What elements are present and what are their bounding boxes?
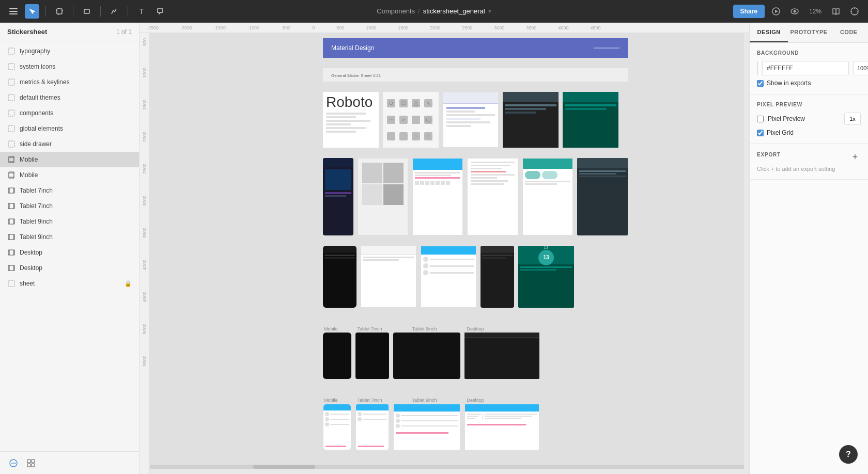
canvas-area[interactable]: -2500 -2000 -1500 -1000 -500 0 500 1000 … (140, 23, 749, 474)
frame-icon (7, 264, 16, 272)
tab-code[interactable]: CODE (830, 23, 868, 42)
play-button[interactable] (769, 4, 783, 19)
svg-rect-51 (27, 464, 30, 467)
sidebar-item-tablet9-2[interactable]: Tablet 9inch (0, 229, 139, 245)
ruler-h-marks: -2500 -2000 -1500 -1000 -500 0 500 1000 … (142, 25, 749, 30)
typography-frame: Roboto (323, 92, 379, 148)
rectangle-tool-button[interactable] (80, 4, 94, 19)
svg-rect-46 (8, 280, 14, 287)
svg-rect-60 (389, 136, 393, 137)
sidebar-item-label: metrics & keylines (20, 78, 132, 86)
sidebar-item-tablet9-1[interactable]: Tablet 9inch (0, 214, 139, 229)
vector-tool-button[interactable] (107, 4, 121, 19)
svg-rect-21 (8, 141, 14, 147)
sidebar-item-desktop-1[interactable]: Desktop (0, 245, 139, 260)
sidebar-item-default-themes[interactable]: default themes (0, 90, 139, 105)
row-labels-2: Mobile Tablet 7inch Tablet 9inch Desktop (323, 398, 633, 403)
icon-dot (424, 132, 432, 140)
export-add-button[interactable]: + (849, 151, 861, 163)
roboto-text: Roboto (326, 95, 376, 109)
comment-tool-button[interactable] (153, 4, 167, 19)
sidebar-item-sheet[interactable]: sheet 🔒 (0, 276, 139, 291)
background-color-input[interactable] (762, 61, 849, 75)
icon-dot (424, 99, 432, 107)
svg-rect-52 (32, 464, 35, 467)
canvas-inner[interactable]: Material Design General Sticker Sheet V.… (150, 33, 744, 469)
pixel-preview-checkbox[interactable] (757, 116, 764, 122)
sidebar-item-mobile-1[interactable]: Mobile (0, 152, 139, 167)
frame-icon (7, 248, 16, 257)
tab-prototype[interactable]: PROTOTYPE (788, 23, 829, 42)
dropdown-arrow-icon[interactable]: ▾ (488, 8, 491, 15)
pixel-grid-label[interactable]: Pixel Grid (767, 129, 794, 136)
frame-icon (7, 233, 16, 241)
sidebar-item-label: default themes (20, 94, 132, 101)
dark-devices-row (323, 333, 633, 379)
sidebar-item-typography[interactable]: typography (0, 43, 139, 59)
export-title: EXPORT (757, 152, 781, 157)
sidebar-item-system-icons[interactable]: system icons (0, 59, 139, 74)
themes-dark-frame (503, 92, 559, 148)
assets-icon[interactable] (25, 457, 37, 469)
help-button[interactable]: ? (839, 445, 858, 464)
system-icons-frame (383, 92, 439, 148)
sidebar-item-label: system icons (20, 63, 132, 70)
show-in-exports-row: Show in exports (757, 80, 861, 87)
sidebar-item-components[interactable]: components (0, 105, 139, 121)
settings-button[interactable] (847, 4, 862, 19)
icon-dot (387, 99, 395, 107)
toolbar-separator-1 (45, 6, 46, 17)
zoom-level[interactable]: 12% (806, 6, 825, 17)
show-in-exports-label[interactable]: Show in exports (767, 80, 811, 87)
background-opacity-input[interactable] (853, 61, 868, 75)
toolbar-separator-2 (73, 6, 73, 17)
typo-line (326, 123, 351, 125)
book-button[interactable] (829, 4, 843, 19)
tablet7-label: Tablet 7inch (358, 326, 382, 331)
typo-line (326, 116, 356, 118)
sidebar-item-metrics[interactable]: metrics & keylines (0, 74, 139, 90)
pixel-grid-checkbox[interactable] (757, 130, 764, 136)
eye-button[interactable] (787, 4, 802, 19)
sidebar-item-tablet7-2[interactable]: Tablet 7inch (0, 198, 139, 214)
pointer-tool-button[interactable] (25, 4, 39, 19)
text-tool-button[interactable]: T (134, 4, 149, 19)
frame-tool-button[interactable] (52, 4, 67, 19)
background-color-swatch[interactable] (757, 61, 758, 75)
tab-design[interactable]: DESIGN (750, 23, 788, 42)
h-scrollbar[interactable] (150, 465, 744, 469)
menu-button[interactable] (6, 4, 21, 19)
sidebar-item-desktop-2[interactable]: Desktop (0, 260, 139, 276)
dashed-rect-icon (7, 47, 16, 55)
sidebar-item-global-elements[interactable]: global elements (0, 121, 139, 136)
light-devices-row (323, 404, 633, 450)
tablet7-label-2: Tablet 7inch (358, 398, 382, 403)
icon-dot (424, 116, 432, 124)
dashed-rect-icon (7, 124, 16, 133)
component-row-1: Roboto (323, 92, 628, 148)
mobile-dark-frame (323, 158, 353, 235)
mobile-dark-device (323, 333, 351, 379)
show-in-exports-checkbox[interactable] (757, 80, 764, 87)
sidebar-item-side-drawer[interactable]: side drawer (0, 136, 139, 152)
export-header: EXPORT + (757, 151, 861, 163)
pixel-preview-row: Pixel Preview (757, 113, 861, 125)
sidebar-item-tablet7-1[interactable]: Tablet 7inch (0, 183, 139, 198)
dashed-rect-icon (7, 78, 16, 86)
pixel-preview-label[interactable]: Pixel Preview (768, 115, 805, 122)
dark-phone-narrow (481, 246, 514, 308)
layers-icon[interactable] (7, 457, 20, 469)
white-frame (361, 246, 416, 308)
main-layout: Stickersheet 1 of 1 typography (0, 23, 868, 474)
sidebar-item-mobile-2[interactable]: Mobile (0, 167, 139, 183)
frame-icon (7, 155, 16, 164)
filename[interactable]: stickersheet_general (423, 7, 485, 15)
pixel-preview-value[interactable] (844, 113, 861, 125)
share-button[interactable]: Share (733, 5, 765, 18)
svg-rect-49 (27, 460, 30, 463)
icon-dot (387, 116, 395, 124)
dashed-rect-icon (7, 62, 16, 71)
icon-dot (412, 116, 420, 124)
export-hint: Click + to add an export setting (757, 166, 861, 172)
svg-point-53 (390, 102, 393, 105)
